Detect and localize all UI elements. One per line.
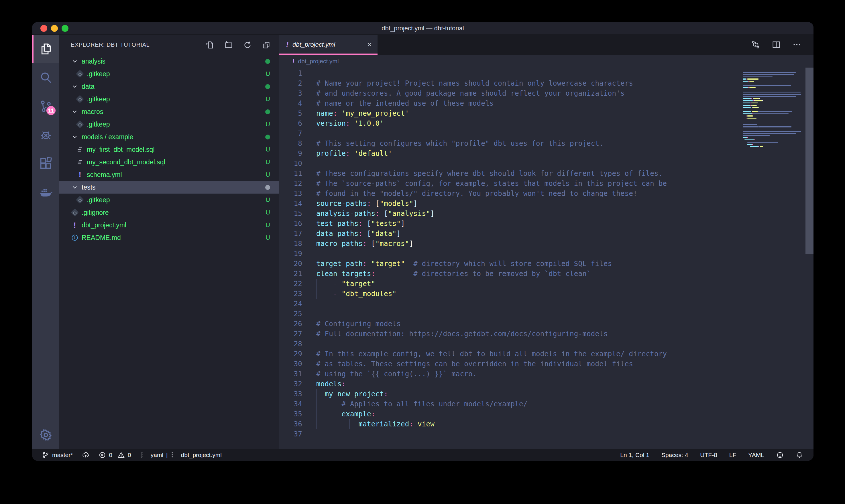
tree-row-dbt-project-yml[interactable]: !dbt_project.ymlU [59, 219, 279, 231]
code-line[interactable]: 5name: 'my_new_project' [279, 109, 813, 119]
scrollbar-slider[interactable] [806, 68, 813, 254]
tree-row-readme-md[interactable]: README.mdU [59, 231, 279, 244]
breadcrumb[interactable]: ! dbt_project.yml [279, 55, 813, 68]
code-line[interactable]: 25 [279, 309, 813, 319]
line-number: 11 [279, 169, 302, 179]
eol-status[interactable]: LF [729, 452, 736, 458]
sync-changes-icon[interactable] [82, 451, 89, 459]
cursor-position[interactable]: Ln 1, Col 1 [620, 452, 649, 458]
code-line[interactable]: 10 [279, 159, 813, 169]
code-line[interactable]: 27# Full documentation: https://docs.get… [279, 329, 813, 339]
tree-item-label: .gitkeep [87, 196, 110, 204]
code-line[interactable]: 6version: '1.0.0' [279, 119, 813, 129]
code-line[interactable]: 34 # Applies to all files under models/e… [279, 399, 813, 409]
code-line[interactable]: 31# using the `{{ config(...) }}` macro. [279, 369, 813, 379]
code-area[interactable]: 12# Name your project! Project names sho… [279, 68, 813, 449]
tree-row-schema-yml[interactable]: !schema.ymlU [59, 168, 279, 181]
tree-row-analysis[interactable]: analysis [59, 55, 279, 68]
feedback-smiley-icon[interactable] [776, 451, 784, 459]
code-line[interactable]: 37 [279, 429, 813, 439]
refresh-explorer-icon[interactable] [243, 41, 252, 49]
minimap[interactable] [743, 68, 806, 150]
tab-bar: ! dbt_project.yml × [279, 35, 813, 55]
code-line[interactable]: 36 materialized: view [279, 419, 813, 429]
tree-row--gitkeep[interactable]: .gitkeepU [59, 194, 279, 206]
code-line[interactable]: 2# Name your project! Project names shou… [279, 78, 813, 89]
code-line[interactable]: 33 my_new_project: [279, 389, 813, 399]
outline-status[interactable]: yaml | dbt_project.yml [140, 451, 222, 459]
code-line[interactable]: 26# Configuring models [279, 319, 813, 329]
code-lines[interactable]: 12# Name your project! Project names sho… [279, 68, 813, 449]
tree-row--gitkeep[interactable]: .gitkeepU [59, 93, 279, 105]
code-line[interactable]: 7 [279, 129, 813, 139]
code-line[interactable]: 4# name or the intended use of these mod… [279, 98, 813, 109]
git-untracked-badge: U [266, 234, 270, 241]
code-line[interactable]: 16test-paths: ["tests"] [279, 219, 813, 229]
code-line[interactable]: 18macro-paths: ["macros"] [279, 239, 813, 249]
code-line[interactable]: 24 [279, 299, 813, 309]
zoom-window-button[interactable] [61, 25, 69, 32]
new-file-icon[interactable] [205, 41, 214, 49]
problems-status[interactable]: 0 0 [98, 451, 131, 459]
code-line[interactable]: 35 example: [279, 409, 813, 419]
activitybar-explorer-icon[interactable] [32, 35, 59, 63]
indent-guide [333, 409, 333, 419]
tree-row--gitignore[interactable]: .gitignoreU [59, 206, 279, 219]
open-changes-icon[interactable] [751, 40, 760, 49]
activitybar-extensions-icon[interactable] [32, 149, 59, 178]
git-branch-status[interactable]: master* [42, 451, 73, 459]
code-line[interactable]: 30# as tables. These settings can be ove… [279, 359, 813, 369]
close-window-button[interactable] [40, 25, 47, 32]
tree-row-macros[interactable]: macros [59, 105, 279, 118]
tree-row--gitkeep[interactable]: .gitkeepU [59, 118, 279, 130]
activitybar-search-icon[interactable] [32, 63, 59, 92]
code-line[interactable]: 11# These configurations specify where d… [279, 169, 813, 179]
minimap-line [743, 124, 806, 126]
code-line[interactable]: 9profile: 'default' [279, 149, 813, 159]
more-actions-icon[interactable] [792, 40, 802, 49]
editor-scrollbar[interactable] [806, 68, 813, 449]
code-line[interactable]: 21clean-targets: # directories to be rem… [279, 269, 813, 279]
code-line[interactable]: 13# found in the "models/" directory. Yo… [279, 189, 813, 199]
tab-dbt-project-yml[interactable]: ! dbt_project.yml × [279, 35, 378, 55]
tree-row-my-first-dbt-model-sql[interactable]: my_first_dbt_model.sqlU [59, 143, 279, 156]
line-number: 17 [279, 229, 302, 239]
tree-row-tests[interactable]: tests [59, 181, 279, 194]
activitybar-debug-icon[interactable] [32, 121, 59, 149]
code-line[interactable]: 23 - "dbt_modules" [279, 289, 813, 299]
code-line[interactable]: 1 [279, 69, 813, 78]
code-line[interactable]: 28 [279, 339, 813, 349]
code-line[interactable]: 19 [279, 249, 813, 259]
language-mode[interactable]: YAML [748, 452, 764, 458]
breadcrumb-file[interactable]: dbt_project.yml [298, 58, 339, 65]
encoding-status[interactable]: UTF-8 [700, 452, 717, 458]
new-folder-icon[interactable] [224, 41, 233, 49]
activitybar-source-control-icon[interactable]: 11 [32, 92, 59, 121]
code-line[interactable]: 20target-path: "target" # directory whic… [279, 259, 813, 269]
code-line[interactable]: 3# and underscores. A good package name … [279, 89, 813, 98]
split-editor-icon[interactable] [772, 40, 781, 49]
indentation-status[interactable]: Spaces: 4 [661, 452, 688, 458]
activitybar-docker-icon[interactable] [32, 178, 59, 206]
tab-close-icon[interactable]: × [367, 41, 372, 49]
code-line[interactable]: 14source-paths: ["models"] [279, 199, 813, 209]
line-number: 9 [279, 149, 302, 159]
tree-row--gitkeep[interactable]: .gitkeepU [59, 68, 279, 80]
collapse-folders-icon[interactable] [262, 41, 271, 49]
code-line[interactable]: 15analysis-paths: ["analysis"] [279, 209, 813, 219]
notifications-bell-icon[interactable] [796, 451, 803, 459]
code-line[interactable]: 17data-paths: ["data"] [279, 229, 813, 239]
minimap-line [743, 106, 806, 109]
code-line[interactable]: 12# The `source-paths` config, for examp… [279, 179, 813, 189]
tree-row-models-example[interactable]: models / example [59, 130, 279, 143]
activitybar-settings-gear-icon[interactable] [32, 421, 59, 449]
tree-row-data[interactable]: data [59, 80, 279, 93]
tree-row-my-second-dbt-model-sql[interactable]: my_second_dbt_model.sqlU [59, 156, 279, 168]
code-line[interactable]: 22 - "target" [279, 279, 813, 289]
code-line[interactable]: 29# In this example config, we tell dbt … [279, 349, 813, 359]
code-line[interactable]: 8# This setting configures which "profil… [279, 139, 813, 149]
minimize-window-button[interactable] [51, 25, 58, 32]
code-line[interactable]: 32models: [279, 379, 813, 389]
chevron-down-icon [71, 133, 78, 141]
line-number: 8 [279, 139, 302, 149]
